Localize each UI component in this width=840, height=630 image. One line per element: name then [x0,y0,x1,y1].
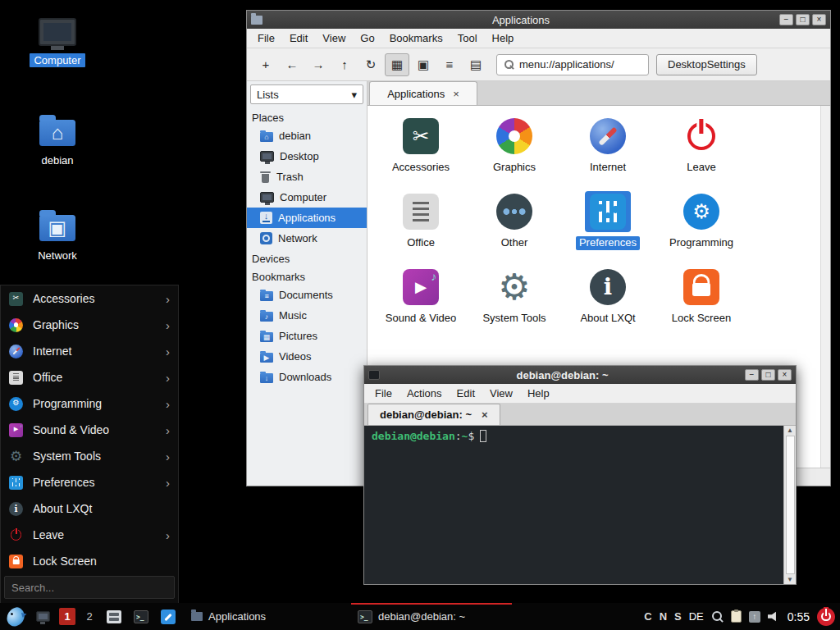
sidebar-item-debian[interactable]: debian [247,126,367,146]
menu-item-accessories[interactable]: Accessories › [1,285,178,312]
thumbnail-view-button[interactable]: ▣ [411,53,436,76]
show-desktop-button[interactable] [32,606,53,628]
terminal-launcher[interactable] [130,606,152,628]
scrollbar-thumb[interactable] [786,436,795,574]
maximize-button[interactable]: □ [761,369,775,381]
menu-bookmarks[interactable]: Bookmarks [382,30,450,46]
menu-actions[interactable]: Actions [399,386,450,401]
magnifier-tray-icon[interactable] [711,610,724,623]
app-item-office[interactable]: Office [374,191,468,250]
terminal-titlebar[interactable]: debian@debian: ~ − □ × [364,366,796,384]
menu-go[interactable]: Go [353,30,381,46]
menu-item-about-lxqt[interactable]: About LXQt [1,495,178,522]
app-item-programming[interactable]: Programming [655,191,748,250]
task-applications[interactable]: Applications [185,603,345,630]
detailed-view-button[interactable]: ▤ [463,53,488,76]
submenu-arrow-icon: › [166,345,170,358]
back-button[interactable]: ← [280,53,304,76]
menu-search-input[interactable]: Search... [4,576,175,599]
minimize-button[interactable]: − [745,369,759,381]
main-menu-button[interactable] [5,606,26,628]
tab-shell[interactable]: debian@debian: ~ × [368,404,500,425]
minimize-button[interactable]: − [779,14,793,25]
volume-icon[interactable] [768,611,780,622]
app-item-leave[interactable]: Leave [655,116,748,175]
menu-view[interactable]: View [315,30,353,46]
close-button[interactable]: × [812,14,826,25]
menu-item-lock-screen[interactable]: Lock Screen [1,548,178,574]
fm-titlebar[interactable]: Applications − □ × [247,11,830,29]
desktop-icon-computer[interactable]: Computer [28,18,87,67]
app-item-graphics[interactable]: Graphics [468,116,561,175]
tab-applications[interactable]: Applications × [369,81,477,105]
menu-edit[interactable]: Edit [282,30,315,46]
app-item-other[interactable]: Other [468,191,561,250]
new-tab-button[interactable]: + [253,53,278,76]
menu-item-programming[interactable]: Programming › [1,390,178,417]
sidebar-item-applications[interactable]: Applications [247,208,367,228]
sidebar-item-computer[interactable]: Computer [247,187,367,208]
workspace-2-button[interactable]: 2 [81,608,98,625]
menu-item-sound-video[interactable]: Sound & Video › [1,417,178,443]
task-terminal[interactable]: debian@debian: ~ [351,603,512,630]
menu-item-leave[interactable]: Leave › [1,522,178,548]
menu-edit[interactable]: Edit [450,386,482,401]
desktop-settings-button[interactable]: DesktopSettings [656,54,757,75]
editor-launcher[interactable] [158,606,179,628]
app-item-sound-video[interactable]: Sound & Video [374,267,468,326]
clock[interactable]: 0:55 [788,610,810,623]
menu-file[interactable]: File [368,386,399,401]
sidebar-item-pictures[interactable]: Pictures [247,326,367,346]
search-icon [504,59,514,70]
app-item-about-lxqt[interactable]: About LXQt [561,267,655,326]
app-item-lock-screen[interactable]: Lock Screen [655,267,748,326]
sidebar-item-videos[interactable]: Videos [247,346,367,367]
menu-item-preferences[interactable]: Preferences › [1,469,178,495]
sidebar-item-downloads[interactable]: Downloads [247,367,367,387]
lists-dropdown[interactable]: Lists ▾ [250,84,363,104]
menu-item-graphics[interactable]: Graphics › [1,312,178,338]
menu-help[interactable]: Help [520,386,557,401]
clipboard-tray-icon[interactable] [731,610,742,623]
close-button[interactable]: × [778,369,792,381]
sidebar-item-music[interactable]: Music [247,305,367,326]
scrollbar[interactable] [820,106,830,468]
tab-close-icon[interactable]: × [482,409,488,421]
menu-file[interactable]: File [250,30,282,46]
scroll-down-icon[interactable]: ▼ [787,576,793,583]
app-item-internet[interactable]: Internet [561,116,655,175]
software-update-tray-icon[interactable] [749,611,760,623]
desktop-icon-network[interactable]: Network [28,208,87,262]
menu-item-internet[interactable]: Internet › [1,338,178,364]
menu-help[interactable]: Help [485,30,522,46]
compact-view-button[interactable]: ≡ [437,53,462,76]
workspace-1-button[interactable]: 1 [59,608,75,625]
sidebar-item-trash[interactable]: Trash [247,167,367,187]
icon-view-button[interactable]: ▦ [385,53,409,76]
file-manager-launcher[interactable] [103,606,125,628]
scroll-up-icon[interactable]: ▲ [787,427,793,434]
menu-tool[interactable]: Tool [450,30,485,46]
forward-button[interactable]: → [306,53,331,76]
desktop-icon-debian[interactable]: debian [28,113,87,167]
terminal-menubar: File Actions Edit View Help [364,384,796,404]
sidebar-item-network[interactable]: Network [247,228,367,249]
up-button[interactable]: ↑ [332,53,357,76]
menu-view[interactable]: View [482,386,520,401]
power-button[interactable] [817,608,835,626]
app-item-accessories[interactable]: Accessories [374,116,468,175]
tab-close-icon[interactable]: × [453,88,459,100]
terminal-scrollbar[interactable]: ▲ ▼ [783,426,796,584]
keyboard-layout-indicator[interactable]: DE [689,610,704,623]
documents-folder-icon [260,291,273,301]
address-bar[interactable]: menu://applications/ [496,54,649,75]
maximize-button[interactable]: □ [796,14,810,25]
terminal-output[interactable]: debian@debian:~$ [364,426,783,584]
app-item-system-tools[interactable]: System Tools [468,267,561,326]
reload-button[interactable]: ↻ [358,53,383,76]
sidebar-item-desktop[interactable]: Desktop [247,146,367,167]
menu-item-office[interactable]: Office › [1,364,178,390]
menu-item-system-tools[interactable]: System Tools › [1,443,178,469]
app-item-preferences[interactable]: Preferences [561,191,655,250]
sidebar-item-documents[interactable]: Documents [247,285,367,305]
